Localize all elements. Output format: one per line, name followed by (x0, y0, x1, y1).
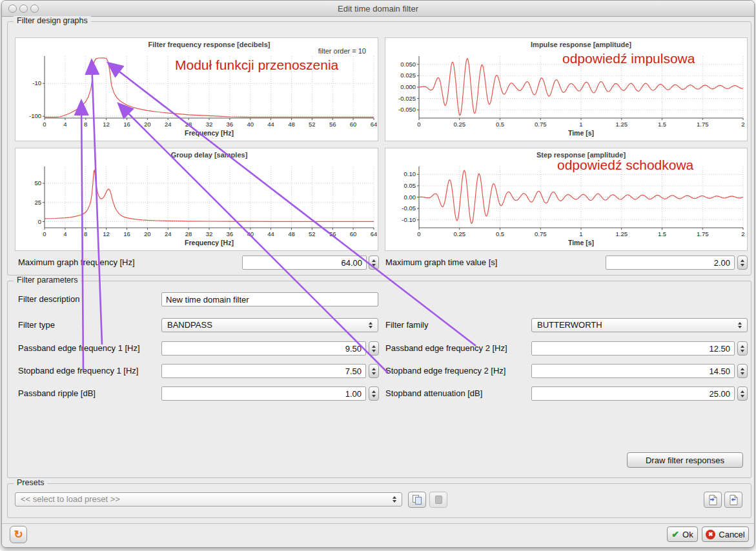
copy-icon (411, 494, 423, 506)
stopband-edge-1-input[interactable] (161, 364, 366, 378)
svg-text:16: 16 (123, 121, 130, 128)
svg-text:4: 4 (63, 121, 66, 128)
stopband-edge-2-stepper[interactable] (737, 364, 748, 378)
svg-text:1: 1 (579, 230, 582, 237)
svg-text:0: 0 (43, 230, 46, 237)
stopband-edge-1-stepper[interactable] (369, 364, 379, 378)
refresh-icon: ↻ (14, 529, 23, 540)
passband-edge-2-label: Passband edge frequency 2 [Hz] (385, 341, 507, 356)
transfer-function-annotation: Moduł funkcji przenoszenia (175, 57, 338, 73)
stopband-edge-2-input[interactable] (531, 364, 735, 378)
group-delay-chart: 048121620242832364044485256606402550Grou… (15, 148, 378, 251)
svg-text:0.05: 0.05 (404, 182, 416, 189)
svg-text:filter order = 10: filter order = 10 (318, 47, 366, 55)
svg-text:2: 2 (741, 230, 744, 237)
filter-type-label: Filter type (18, 318, 55, 332)
filter-parameters-label: Filter parameters (14, 276, 81, 285)
stepper-up-icon (741, 259, 744, 262)
preset-file-save-button[interactable] (724, 492, 742, 508)
filter-description-input[interactable] (161, 292, 378, 306)
svg-text:0: 0 (43, 121, 46, 128)
max-graph-frequency-label: Maximum graph frequency [Hz] (18, 255, 135, 270)
filter-parameters-group: Filter parameters (7, 281, 751, 478)
footer-divider (2, 523, 754, 524)
preset-select[interactable]: << select to load preset >> (15, 492, 402, 506)
filter-type-select[interactable]: BANDPASS (161, 318, 378, 332)
filter-design-graphs-label: Filter design graphs (14, 16, 91, 25)
svg-text:0.025: 0.025 (400, 72, 416, 79)
svg-text:1: 1 (579, 121, 582, 128)
updown-arrows-icon (390, 493, 399, 506)
svg-text:0.75: 0.75 (535, 121, 547, 128)
cancel-button[interactable]: ✖ Cancel (702, 526, 749, 542)
passband-edge-1-stepper[interactable] (369, 341, 379, 356)
passband-edge-2-stepper[interactable] (737, 341, 748, 356)
svg-text:48: 48 (288, 230, 295, 237)
filter-family-label: Filter family (385, 318, 428, 332)
passband-edge-2-input[interactable] (531, 341, 735, 356)
edit-filter-dialog: Edit time domain filter Filter design gr… (1, 0, 755, 548)
svg-text:50: 50 (34, 179, 41, 186)
svg-text:-0.050: -0.050 (398, 106, 416, 113)
svg-text:4: 4 (63, 230, 66, 237)
updown-arrows-icon (735, 319, 744, 332)
svg-text:40: 40 (247, 230, 254, 237)
max-graph-time-input[interactable] (606, 255, 735, 270)
svg-text:44: 44 (267, 121, 274, 128)
svg-text:-0.025: -0.025 (398, 95, 416, 102)
svg-text:24: 24 (165, 121, 172, 128)
passband-edge-1-label: Passband edge frequency 1 [Hz] (18, 341, 140, 356)
svg-text:12: 12 (103, 230, 110, 237)
load-preset-file-icon (707, 494, 719, 506)
svg-text:64: 64 (371, 230, 378, 237)
delete-preset-icon (433, 494, 444, 506)
max-graph-time-stepper[interactable] (737, 255, 748, 270)
svg-text:1.25: 1.25 (616, 121, 628, 128)
svg-text:28: 28 (185, 121, 192, 128)
save-preset-file-icon (728, 494, 739, 506)
preset-select-value: << select to load preset >> (21, 494, 120, 504)
preset-delete-button[interactable] (429, 492, 447, 508)
passband-edge-1-input[interactable] (161, 341, 366, 356)
svg-text:36: 36 (227, 230, 234, 237)
stopband-edge-2-label: Stopband edge frequency 2 [Hz] (385, 364, 506, 378)
svg-text:0.000: 0.000 (400, 83, 416, 90)
stepper-down-icon (372, 264, 376, 266)
presets-label: Presets (14, 478, 47, 487)
svg-text:32: 32 (206, 230, 213, 237)
svg-text:Time [s]: Time [s] (568, 129, 594, 137)
svg-text:0.25: 0.25 (454, 121, 466, 128)
refresh-button[interactable]: ↻ (10, 526, 27, 543)
svg-text:1.25: 1.25 (616, 230, 628, 237)
svg-text:0.00: 0.00 (404, 194, 416, 201)
svg-text:Impulse response [amplitude]: Impulse response [amplitude] (531, 41, 631, 48)
stopband-attenuation-stepper[interactable] (737, 386, 748, 401)
svg-text:-100: -100 (29, 112, 41, 119)
passband-ripple-input[interactable] (161, 386, 366, 401)
svg-text:2: 2 (741, 121, 744, 128)
stopband-edge-1-label: Stopband edge frequency 1 [Hz] (18, 364, 138, 378)
svg-text:52: 52 (309, 230, 316, 237)
svg-text:56: 56 (329, 121, 336, 128)
svg-text:Group delay [samples]: Group delay [samples] (171, 151, 248, 159)
max-graph-frequency-input[interactable] (242, 255, 367, 270)
filter-family-select[interactable]: BUTTERWORTH (531, 318, 748, 332)
max-graph-frequency-stepper[interactable] (369, 255, 379, 270)
svg-text:0.10: 0.10 (404, 170, 416, 177)
stopband-attenuation-input[interactable] (531, 386, 735, 401)
svg-text:24: 24 (165, 230, 172, 237)
svg-text:-0.05: -0.05 (402, 205, 416, 212)
ok-button[interactable]: ✔ Ok (667, 526, 698, 542)
passband-ripple-stepper[interactable] (369, 386, 379, 401)
svg-text:12: 12 (103, 121, 110, 128)
svg-text:-0.10: -0.10 (402, 216, 416, 223)
draw-filter-responses-button[interactable]: Draw filter responses (627, 452, 743, 468)
svg-text:44: 44 (267, 230, 274, 237)
preset-store-button[interactable] (408, 492, 426, 508)
passband-ripple-label: Passband ripple [dB] (18, 386, 96, 401)
stepper-down-icon (741, 264, 744, 266)
preset-file-load-button[interactable] (704, 492, 722, 508)
max-graph-time-label: Maximum graph time value [s] (385, 255, 497, 270)
svg-text:32: 32 (206, 121, 213, 128)
svg-text:Frequency [Hz]: Frequency [Hz] (185, 239, 234, 246)
